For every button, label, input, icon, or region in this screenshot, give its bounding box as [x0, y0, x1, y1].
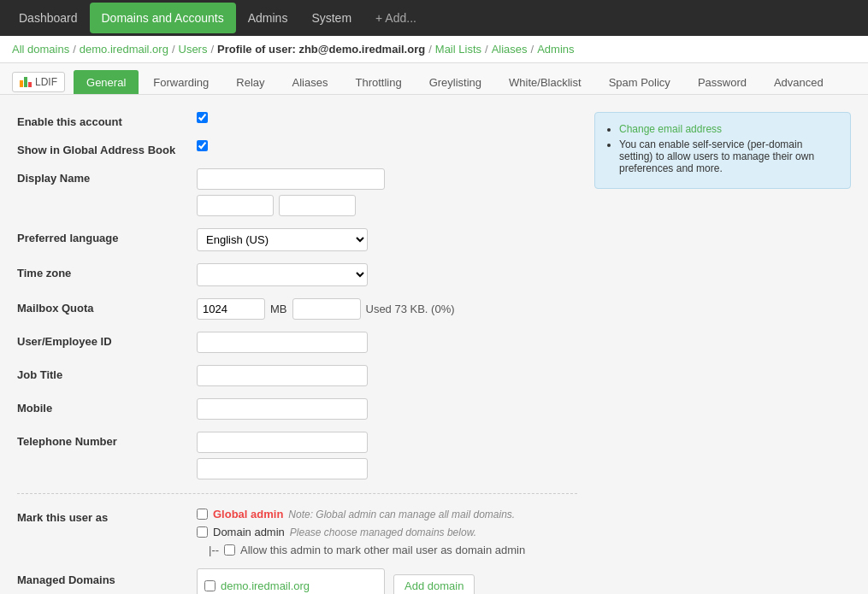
ldif-label: LDIF [35, 76, 57, 88]
add-domain-area: Add domain [393, 568, 475, 594]
nav-admins[interactable]: Admins [236, 3, 300, 33]
breadcrumb-aliases[interactable]: Aliases [492, 43, 528, 56]
ldif-button[interactable]: LDIF [12, 72, 65, 92]
quota-unit-label: MB [270, 303, 287, 315]
domain-admin-note: Please choose managed domains below. [290, 526, 476, 538]
add-domain-button[interactable]: Add domain [393, 574, 475, 595]
domain-entry-checkbox[interactable] [204, 580, 216, 591]
breadcrumb-sep2: / [172, 43, 175, 56]
tab-relay[interactable]: Relay [223, 70, 277, 94]
breadcrumb-profile: Profile of user: zhb@demo.iredmail.org [217, 43, 425, 56]
global-address-checkbox[interactable] [197, 140, 208, 151]
timezone-controls [197, 263, 577, 286]
telephone-input-1[interactable] [197, 432, 368, 453]
employee-id-label: User/Employee ID [17, 332, 188, 348]
allow-prefix: |-- [209, 544, 219, 556]
mark-user-controls: Global admin Note: Global admin can mana… [197, 508, 577, 556]
mailbox-quota-label: Mailbox Quota [17, 298, 188, 315]
tab-throttling[interactable]: Throttling [342, 70, 414, 94]
mailbox-quota-controls: MB Used 73 KB. (0%) [197, 298, 577, 320]
display-name-label: Display Name [17, 168, 188, 185]
breadcrumb: All domains / demo.iredmail.org / Users … [0, 36, 868, 63]
breadcrumb-mail-lists[interactable]: Mail Lists [435, 43, 481, 56]
breadcrumb-users[interactable]: Users [179, 43, 208, 56]
domain-list-box: demo.iredmail.org [197, 568, 385, 594]
allow-domain-admin-row: |-- Allow this admin to mark other mail … [197, 544, 577, 556]
mobile-label: Mobile [17, 398, 188, 415]
nav-add[interactable]: + Add... [363, 3, 428, 33]
global-admin-row: Global admin Note: Global admin can mana… [197, 508, 577, 520]
form-section: Enable this account Show in Global Addre… [17, 112, 851, 594]
breadcrumb-sep5: / [485, 43, 488, 56]
tab-forwarding[interactable]: Forwarding [140, 70, 221, 94]
breadcrumb-sep1: / [73, 43, 76, 56]
enable-account-label: Enable this account [17, 112, 188, 128]
tab-greylisting[interactable]: Greylisting [416, 70, 494, 94]
mailbox-quota-row: Mailbox Quota MB Used 73 KB. (0%) [17, 298, 577, 320]
breadcrumb-domain[interactable]: demo.iredmail.org [80, 43, 168, 56]
breadcrumb-sep4: / [428, 43, 432, 56]
allow-mark-domain-admin-checkbox[interactable] [224, 544, 235, 556]
info-box-text: You can enable self-service (per-domain … [619, 138, 814, 174]
display-name-first-input[interactable] [197, 195, 274, 216]
form-left: Enable this account Show in Global Addre… [17, 112, 577, 594]
quota-value-input[interactable] [197, 298, 265, 320]
managed-domains-label: Managed Domains [17, 568, 188, 586]
job-title-row: Job Title [17, 365, 577, 386]
top-nav: Dashboard Domains and Accounts Admins Sy… [0, 0, 868, 36]
employee-id-input[interactable] [197, 332, 368, 353]
tab-general[interactable]: General [74, 70, 139, 94]
mobile-input[interactable] [197, 398, 368, 420]
telephone-input-2[interactable] [197, 458, 368, 479]
enable-account-checkbox[interactable] [197, 112, 208, 123]
breadcrumb-admins[interactable]: Admins [537, 43, 574, 56]
preferred-language-row: Preferred language English (US) [17, 228, 577, 251]
managed-domains-controls: demo.iredmail.org Add domain [197, 568, 577, 594]
tab-white-blacklist[interactable]: White/Blacklist [496, 70, 594, 94]
tab-spam-policy[interactable]: Spam Policy [596, 70, 683, 94]
quota-row: MB Used 73 KB. (0%) [197, 298, 577, 320]
global-admin-label: Global admin [213, 508, 283, 520]
breadcrumb-sep3: / [210, 43, 214, 56]
display-name-full-input[interactable] [197, 168, 385, 190]
job-title-controls [197, 365, 577, 386]
mobile-controls [197, 398, 577, 420]
employee-id-row: User/Employee ID [17, 332, 577, 353]
timezone-label: Time zone [17, 263, 188, 279]
form-divider [17, 493, 577, 494]
employee-id-controls [197, 332, 577, 353]
global-admin-checkbox[interactable] [197, 509, 208, 520]
domain-admin-row: Domain admin Please choose managed domai… [197, 526, 577, 538]
job-title-input[interactable] [197, 365, 368, 386]
info-box-list: Change email address You can enable self… [607, 123, 838, 174]
job-title-label: Job Title [17, 365, 188, 381]
domain-admin-checkbox[interactable] [197, 526, 208, 538]
change-email-link[interactable]: Change email address [619, 123, 722, 135]
preferred-language-controls: English (US) [197, 228, 577, 251]
mark-user-label: Mark this user as [17, 508, 188, 524]
global-admin-note: Note: Global admin can manage all mail d… [288, 509, 515, 520]
quota-used-label: Used 73 KB. (0%) [366, 303, 455, 315]
info-box: Change email address You can enable self… [594, 112, 851, 189]
allow-label: Allow this admin to mark other mail user… [240, 544, 525, 556]
display-name-last-input[interactable] [279, 195, 356, 216]
tab-aliases[interactable]: Aliases [280, 70, 341, 94]
timezone-select[interactable] [197, 263, 368, 286]
info-box-link-item: Change email address [619, 123, 838, 135]
display-name-controls [197, 168, 577, 216]
mobile-row: Mobile [17, 398, 577, 420]
preferred-language-select[interactable]: English (US) [197, 228, 368, 251]
global-address-label: Show in Global Address Book [17, 140, 188, 156]
tab-password[interactable]: Password [685, 70, 759, 94]
breadcrumb-all-domains[interactable]: All domains [12, 43, 69, 56]
quota-extra-input[interactable] [292, 298, 361, 320]
nav-domains-accounts[interactable]: Domains and Accounts [90, 3, 236, 33]
domain-entry-link[interactable]: demo.iredmail.org [221, 579, 310, 592]
nav-system[interactable]: System [299, 3, 363, 33]
tab-advanced[interactable]: Advanced [761, 70, 836, 94]
preferred-language-label: Preferred language [17, 228, 188, 244]
breadcrumb-sep6: / [531, 43, 534, 56]
main-content: Enable this account Show in Global Addre… [0, 95, 868, 594]
nav-dashboard[interactable]: Dashboard [7, 3, 90, 33]
telephone-label: Telephone Number [17, 432, 188, 448]
